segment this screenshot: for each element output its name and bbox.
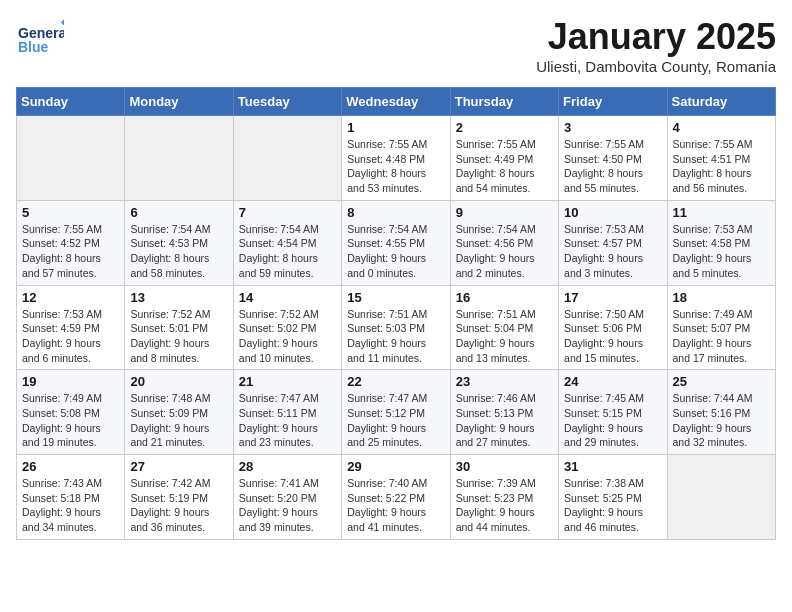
day-number: 27 [130, 459, 227, 474]
table-row: 17Sunrise: 7:50 AM Sunset: 5:06 PM Dayli… [559, 285, 667, 370]
day-info: Sunrise: 7:39 AM Sunset: 5:23 PM Dayligh… [456, 476, 553, 535]
table-row: 12Sunrise: 7:53 AM Sunset: 4:59 PM Dayli… [17, 285, 125, 370]
day-number: 3 [564, 120, 661, 135]
day-number: 2 [456, 120, 553, 135]
day-number: 5 [22, 205, 119, 220]
table-row: 15Sunrise: 7:51 AM Sunset: 5:03 PM Dayli… [342, 285, 450, 370]
page-header: General Blue January 2025 Uliesti, Dambo… [16, 16, 776, 75]
header-sunday: Sunday [17, 88, 125, 116]
day-info: Sunrise: 7:43 AM Sunset: 5:18 PM Dayligh… [22, 476, 119, 535]
day-info: Sunrise: 7:55 AM Sunset: 4:51 PM Dayligh… [673, 137, 770, 196]
header-saturday: Saturday [667, 88, 775, 116]
day-info: Sunrise: 7:54 AM Sunset: 4:53 PM Dayligh… [130, 222, 227, 281]
day-number: 4 [673, 120, 770, 135]
calendar-week-1: 1Sunrise: 7:55 AM Sunset: 4:48 PM Daylig… [17, 116, 776, 201]
calendar-week-4: 19Sunrise: 7:49 AM Sunset: 5:08 PM Dayli… [17, 370, 776, 455]
day-info: Sunrise: 7:53 AM Sunset: 4:59 PM Dayligh… [22, 307, 119, 366]
day-info: Sunrise: 7:44 AM Sunset: 5:16 PM Dayligh… [673, 391, 770, 450]
day-number: 23 [456, 374, 553, 389]
day-info: Sunrise: 7:38 AM Sunset: 5:25 PM Dayligh… [564, 476, 661, 535]
header-wednesday: Wednesday [342, 88, 450, 116]
day-number: 24 [564, 374, 661, 389]
day-info: Sunrise: 7:49 AM Sunset: 5:07 PM Dayligh… [673, 307, 770, 366]
day-number: 21 [239, 374, 336, 389]
table-row: 31Sunrise: 7:38 AM Sunset: 5:25 PM Dayli… [559, 455, 667, 540]
day-number: 6 [130, 205, 227, 220]
table-row: 26Sunrise: 7:43 AM Sunset: 5:18 PM Dayli… [17, 455, 125, 540]
table-row: 9Sunrise: 7:54 AM Sunset: 4:56 PM Daylig… [450, 200, 558, 285]
day-number: 18 [673, 290, 770, 305]
table-row: 20Sunrise: 7:48 AM Sunset: 5:09 PM Dayli… [125, 370, 233, 455]
day-info: Sunrise: 7:40 AM Sunset: 5:22 PM Dayligh… [347, 476, 444, 535]
table-row: 8Sunrise: 7:54 AM Sunset: 4:55 PM Daylig… [342, 200, 450, 285]
day-number: 8 [347, 205, 444, 220]
table-row: 5Sunrise: 7:55 AM Sunset: 4:52 PM Daylig… [17, 200, 125, 285]
table-row: 29Sunrise: 7:40 AM Sunset: 5:22 PM Dayli… [342, 455, 450, 540]
header-monday: Monday [125, 88, 233, 116]
day-number: 31 [564, 459, 661, 474]
day-info: Sunrise: 7:42 AM Sunset: 5:19 PM Dayligh… [130, 476, 227, 535]
day-number: 25 [673, 374, 770, 389]
table-row: 4Sunrise: 7:55 AM Sunset: 4:51 PM Daylig… [667, 116, 775, 201]
table-row: 2Sunrise: 7:55 AM Sunset: 4:49 PM Daylig… [450, 116, 558, 201]
table-row: 18Sunrise: 7:49 AM Sunset: 5:07 PM Dayli… [667, 285, 775, 370]
header-friday: Friday [559, 88, 667, 116]
table-row: 14Sunrise: 7:52 AM Sunset: 5:02 PM Dayli… [233, 285, 341, 370]
day-number: 15 [347, 290, 444, 305]
day-info: Sunrise: 7:52 AM Sunset: 5:02 PM Dayligh… [239, 307, 336, 366]
month-title: January 2025 [536, 16, 776, 58]
day-number: 30 [456, 459, 553, 474]
day-info: Sunrise: 7:51 AM Sunset: 5:03 PM Dayligh… [347, 307, 444, 366]
day-info: Sunrise: 7:41 AM Sunset: 5:20 PM Dayligh… [239, 476, 336, 535]
day-info: Sunrise: 7:47 AM Sunset: 5:11 PM Dayligh… [239, 391, 336, 450]
day-number: 7 [239, 205, 336, 220]
table-row: 22Sunrise: 7:47 AM Sunset: 5:12 PM Dayli… [342, 370, 450, 455]
table-row: 30Sunrise: 7:39 AM Sunset: 5:23 PM Dayli… [450, 455, 558, 540]
day-number: 13 [130, 290, 227, 305]
day-number: 1 [347, 120, 444, 135]
table-row: 24Sunrise: 7:45 AM Sunset: 5:15 PM Dayli… [559, 370, 667, 455]
table-row [667, 455, 775, 540]
day-info: Sunrise: 7:55 AM Sunset: 4:49 PM Dayligh… [456, 137, 553, 196]
location-subtitle: Uliesti, Dambovita County, Romania [536, 58, 776, 75]
day-number: 29 [347, 459, 444, 474]
header-tuesday: Tuesday [233, 88, 341, 116]
table-row: 28Sunrise: 7:41 AM Sunset: 5:20 PM Dayli… [233, 455, 341, 540]
title-section: January 2025 Uliesti, Dambovita County, … [536, 16, 776, 75]
calendar-table: Sunday Monday Tuesday Wednesday Thursday… [16, 87, 776, 540]
day-info: Sunrise: 7:54 AM Sunset: 4:54 PM Dayligh… [239, 222, 336, 281]
calendar-header-row: Sunday Monday Tuesday Wednesday Thursday… [17, 88, 776, 116]
day-info: Sunrise: 7:51 AM Sunset: 5:04 PM Dayligh… [456, 307, 553, 366]
table-row [125, 116, 233, 201]
day-number: 28 [239, 459, 336, 474]
day-number: 11 [673, 205, 770, 220]
table-row: 6Sunrise: 7:54 AM Sunset: 4:53 PM Daylig… [125, 200, 233, 285]
day-info: Sunrise: 7:55 AM Sunset: 4:50 PM Dayligh… [564, 137, 661, 196]
day-info: Sunrise: 7:52 AM Sunset: 5:01 PM Dayligh… [130, 307, 227, 366]
table-row: 23Sunrise: 7:46 AM Sunset: 5:13 PM Dayli… [450, 370, 558, 455]
day-info: Sunrise: 7:50 AM Sunset: 5:06 PM Dayligh… [564, 307, 661, 366]
table-row: 13Sunrise: 7:52 AM Sunset: 5:01 PM Dayli… [125, 285, 233, 370]
day-info: Sunrise: 7:49 AM Sunset: 5:08 PM Dayligh… [22, 391, 119, 450]
day-number: 26 [22, 459, 119, 474]
table-row: 27Sunrise: 7:42 AM Sunset: 5:19 PM Dayli… [125, 455, 233, 540]
table-row: 10Sunrise: 7:53 AM Sunset: 4:57 PM Dayli… [559, 200, 667, 285]
table-row: 3Sunrise: 7:55 AM Sunset: 4:50 PM Daylig… [559, 116, 667, 201]
day-info: Sunrise: 7:54 AM Sunset: 4:55 PM Dayligh… [347, 222, 444, 281]
day-number: 10 [564, 205, 661, 220]
table-row: 1Sunrise: 7:55 AM Sunset: 4:48 PM Daylig… [342, 116, 450, 201]
logo: General Blue [16, 16, 64, 68]
table-row: 25Sunrise: 7:44 AM Sunset: 5:16 PM Dayli… [667, 370, 775, 455]
day-info: Sunrise: 7:48 AM Sunset: 5:09 PM Dayligh… [130, 391, 227, 450]
table-row [233, 116, 341, 201]
day-info: Sunrise: 7:53 AM Sunset: 4:57 PM Dayligh… [564, 222, 661, 281]
calendar-week-5: 26Sunrise: 7:43 AM Sunset: 5:18 PM Dayli… [17, 455, 776, 540]
day-info: Sunrise: 7:46 AM Sunset: 5:13 PM Dayligh… [456, 391, 553, 450]
day-number: 19 [22, 374, 119, 389]
table-row [17, 116, 125, 201]
day-info: Sunrise: 7:45 AM Sunset: 5:15 PM Dayligh… [564, 391, 661, 450]
day-number: 14 [239, 290, 336, 305]
calendar-week-2: 5Sunrise: 7:55 AM Sunset: 4:52 PM Daylig… [17, 200, 776, 285]
svg-text:Blue: Blue [18, 39, 49, 55]
day-info: Sunrise: 7:55 AM Sunset: 4:48 PM Dayligh… [347, 137, 444, 196]
